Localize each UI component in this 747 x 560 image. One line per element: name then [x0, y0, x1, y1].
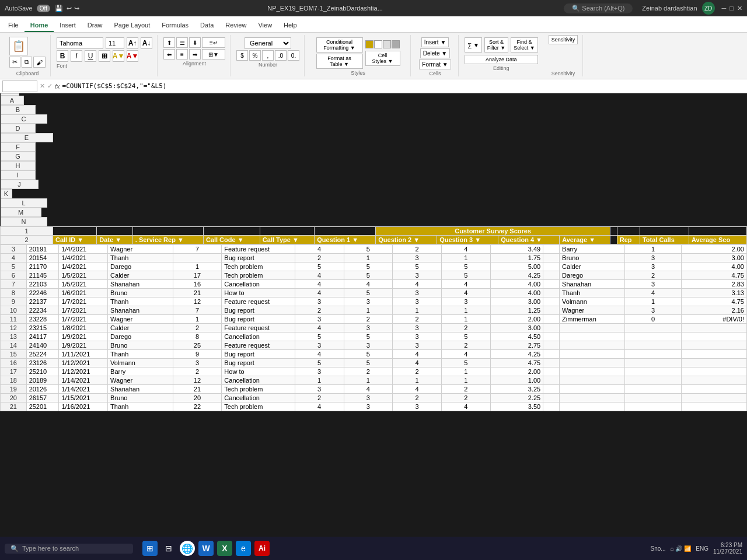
cell-J2[interactable]: Average ▼ [560, 236, 610, 244]
tab-home[interactable]: Home [25, 19, 54, 32]
cell-sumtotal-3[interactable]: 2 [624, 271, 682, 280]
cell-code-8[interactable]: 1 [173, 315, 222, 324]
cell-code-3[interactable]: 17 [173, 271, 222, 280]
cell-q3-15[interactable]: 1 [393, 376, 442, 385]
cell-callid-13[interactable]: 23126 [26, 359, 59, 368]
cell-rep-9[interactable]: Calder [108, 324, 173, 332]
cell-type-1[interactable]: Bug report [222, 254, 295, 262]
cell-date-6[interactable]: 1/7/2021 [59, 298, 108, 306]
cell-q1-4[interactable]: 4 [295, 280, 344, 289]
cell-code-7[interactable]: 7 [173, 306, 222, 315]
cell-K-2[interactable] [543, 262, 560, 271]
cell-sumtotal-14[interactable] [624, 368, 682, 376]
cell-callid-9[interactable]: 23215 [26, 324, 59, 332]
cell-q4-13[interactable]: 5 [441, 359, 490, 368]
cell-type-16[interactable]: Tech problem [222, 385, 295, 394]
cell-sumtotal-17[interactable] [624, 394, 682, 402]
cell-sumavg-16[interactable] [682, 385, 747, 394]
cell-code-6[interactable]: 12 [173, 298, 222, 306]
cell-q2-13[interactable]: 5 [344, 359, 393, 368]
cell-date-2[interactable]: 1/4/2021 [59, 262, 108, 271]
cell-date-9[interactable]: 1/8/2021 [59, 324, 108, 332]
percent-button[interactable]: % [249, 50, 261, 61]
decrease-decimal-button[interactable]: 0. [288, 50, 299, 61]
cell-callid-3[interactable]: 21145 [26, 271, 59, 280]
cell-q1-9[interactable]: 4 [295, 324, 344, 332]
format-painter-button[interactable]: 🖌 [33, 57, 46, 68]
cell-N1[interactable] [689, 227, 746, 236]
cell-avg-3[interactable]: 4.25 [490, 271, 543, 280]
cell-date-8[interactable]: 1/7/2021 [59, 315, 108, 324]
cell-G1[interactable]: Customer Survey Scores [376, 227, 610, 236]
cell-rep-1[interactable]: Thanh [108, 254, 173, 262]
cell-code-0[interactable]: 7 [173, 245, 222, 254]
style-swatch-1[interactable] [365, 40, 374, 48]
cell-M2[interactable]: Total Calls [640, 236, 689, 244]
cell-sumavg-14[interactable] [682, 368, 747, 376]
cell-sumavg-11[interactable] [682, 341, 747, 350]
cell-K1[interactable] [610, 227, 617, 236]
cell-C2[interactable]: . Service Rep ▼ [132, 236, 203, 244]
cell-q3-11[interactable]: 3 [393, 341, 442, 350]
cell-sumrep-6[interactable]: Volmann [560, 298, 625, 306]
col-L-header[interactable]: L [1, 198, 47, 208]
cell-q2-10[interactable]: 5 [344, 332, 393, 341]
cell-q2-7[interactable]: 1 [344, 306, 393, 315]
cell-K-17[interactable] [543, 394, 560, 402]
cell-E1[interactable] [260, 227, 314, 236]
cell-callid-17[interactable]: 26157 [26, 394, 59, 402]
cell-code-16[interactable]: 21 [173, 385, 222, 394]
cell-q1-18[interactable]: 4 [295, 402, 344, 411]
cell-K-11[interactable] [543, 341, 560, 350]
cell-q1-15[interactable]: 1 [295, 376, 344, 385]
cell-rep-12[interactable]: Thanh [108, 350, 173, 359]
cell-date-0[interactable]: 1/4/2021 [59, 245, 108, 254]
cancel-icon[interactable]: ✕ [40, 82, 45, 90]
cell-sumrep-3[interactable]: Darego [560, 271, 625, 280]
cell-date-17[interactable]: 1/15/2021 [59, 394, 108, 402]
cell-sumavg-18[interactable] [682, 402, 747, 411]
cell-sumtotal-4[interactable]: 3 [624, 280, 682, 289]
cell-q2-4[interactable]: 4 [344, 280, 393, 289]
cell-callid-8[interactable]: 23228 [26, 315, 59, 324]
cell-q4-16[interactable]: 2 [441, 385, 490, 394]
cell-sumrep-1[interactable]: Bruno [560, 254, 625, 262]
cell-q3-4[interactable]: 4 [393, 280, 442, 289]
cell-q2-16[interactable]: 4 [344, 385, 393, 394]
cell-sumavg-12[interactable] [682, 350, 747, 359]
cell-type-15[interactable]: Cancellation [222, 376, 295, 385]
align-left-button[interactable]: ⬅ [163, 49, 175, 60]
col-I-header[interactable]: I [1, 170, 36, 180]
cell-sumrep-7[interactable]: Wagner [560, 306, 625, 315]
save-icon[interactable]: 💾 [55, 5, 63, 12]
cell-sumavg-10[interactable] [682, 332, 747, 341]
cell-code-14[interactable]: 2 [173, 368, 222, 376]
cell-G2[interactable]: Question 2 ▼ [376, 236, 437, 244]
cell-date-5[interactable]: 1/6/2021 [59, 289, 108, 298]
cell-date-11[interactable]: 1/9/2021 [59, 341, 108, 350]
cell-date-16[interactable]: 1/14/2021 [59, 385, 108, 394]
col-D-header[interactable]: D [1, 124, 36, 133]
cell-date-15[interactable]: 1/14/2021 [59, 376, 108, 385]
cell-q2-8[interactable]: 2 [344, 315, 393, 324]
cell-code-10[interactable]: 8 [173, 332, 222, 341]
tab-review[interactable]: Review [219, 19, 252, 32]
cell-callid-14[interactable]: 25210 [26, 368, 59, 376]
cell-sumavg-2[interactable]: 4.00 [682, 262, 747, 271]
cell-avg-18[interactable]: 3.50 [490, 402, 543, 411]
cell-D2[interactable]: Call Code ▼ [203, 236, 260, 244]
cell-type-7[interactable]: Bug report [222, 306, 295, 315]
cell-callid-10[interactable]: 24117 [26, 332, 59, 341]
cell-q2-11[interactable]: 3 [344, 341, 393, 350]
cell-sumtotal-0[interactable]: 1 [624, 245, 682, 254]
cell-callid-7[interactable]: 22234 [26, 306, 59, 315]
cell-code-17[interactable]: 20 [173, 394, 222, 402]
style-swatch-4[interactable] [392, 40, 400, 48]
cell-sumtotal-5[interactable]: 4 [624, 289, 682, 298]
cell-callid-6[interactable]: 22137 [26, 298, 59, 306]
autosave-toggle[interactable]: Off [37, 5, 50, 12]
cell-rep-0[interactable]: Wagner [108, 245, 173, 254]
cell-C1[interactable] [132, 227, 203, 236]
cell-K-16[interactable] [543, 385, 560, 394]
cell-sumrep-5[interactable]: Thanh [560, 289, 625, 298]
